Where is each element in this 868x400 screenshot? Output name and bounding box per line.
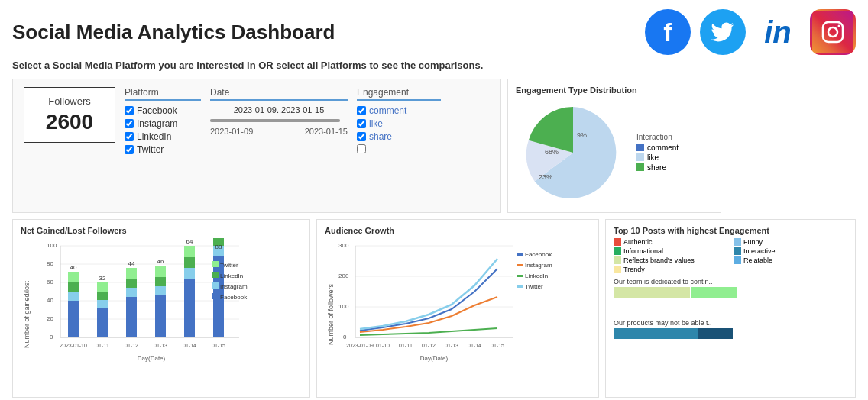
date-label: Date	[210, 87, 348, 101]
bar-ig-2	[97, 300, 108, 308]
pie-label-like: 9%	[577, 131, 587, 139]
bar-ig-4	[155, 286, 166, 295]
line-chart-svg: 300 200 100 0 2023-01-09	[337, 238, 574, 391]
post-1-bar-2	[691, 287, 737, 298]
subtitle: Select a Social Media Platform you are i…	[12, 60, 856, 71]
interactive-color	[734, 247, 741, 255]
legend-informational: Informational	[614, 247, 727, 255]
trendy-color	[614, 266, 621, 273]
svg-text:01-10: 01-10	[376, 343, 390, 348]
svg-text:01-13: 01-13	[445, 343, 458, 348]
svg-text:2023-01-09: 2023-01-09	[346, 343, 374, 348]
svg-text:300: 300	[338, 242, 349, 249]
interactive-label: Interactive	[743, 247, 776, 255]
funny-color	[734, 238, 741, 246]
legend-relatable: Relatable	[734, 256, 847, 264]
twitter-label: Twitter	[137, 144, 164, 155]
pie-label-comment: 68%	[545, 148, 559, 156]
svg-text:0: 0	[50, 334, 53, 340]
post-2-bar-2	[698, 328, 733, 339]
svg-text:Twitter: Twitter	[525, 283, 543, 290]
post-row-2: Our products may not be able t..	[614, 319, 847, 339]
date-slider[interactable]	[210, 119, 340, 122]
date-section: Date 2023-01-09..2023-01-15 2023-01-09 2…	[210, 87, 348, 136]
svg-text:2023-01-10: 2023-01-10	[60, 343, 87, 348]
svg-text:40: 40	[70, 264, 77, 271]
date-display: 2023-01-09..2023-01-15	[210, 105, 348, 115]
svg-text:100: 100	[47, 242, 57, 249]
like-checkbox[interactable]	[357, 119, 366, 128]
comment-checkbox[interactable]	[357, 106, 366, 115]
legend-like-dot	[636, 153, 644, 161]
followers-value: 2600	[37, 110, 102, 134]
funny-label: Funny	[743, 238, 763, 246]
linkedin-checkbox[interactable]	[125, 132, 134, 141]
followers-box: Followers 2600	[24, 87, 115, 143]
twitter-checkbox[interactable]	[125, 145, 134, 154]
bar-fb-5	[184, 279, 195, 337]
platform-twitter[interactable]: Twitter	[125, 144, 201, 155]
bar-li-4	[155, 277, 166, 286]
instagram-checkbox[interactable]	[125, 119, 134, 128]
bar-li-1	[68, 282, 79, 292]
engagement-extra[interactable]	[357, 144, 441, 153]
engagement-label: Engagement	[357, 87, 441, 101]
engagement-comment[interactable]: comment	[357, 105, 441, 116]
platform-instagram[interactable]: Instagram	[125, 118, 201, 129]
reflects-color	[614, 256, 621, 264]
filter-panel: Followers 2600 Platform Facebook Instagr…	[12, 79, 501, 213]
legend-reflects: Reflects brand's values	[614, 256, 727, 264]
post-1-bars	[614, 287, 847, 298]
facebook-checkbox[interactable]	[125, 106, 134, 115]
twitter-icon	[700, 9, 746, 55]
svg-rect-0	[823, 22, 843, 42]
svg-text:01-15: 01-15	[212, 343, 225, 348]
post-2-bars	[614, 328, 847, 339]
engagement-share[interactable]: share	[357, 131, 441, 142]
authentic-label: Authentic	[623, 238, 653, 246]
pie-chart-panel: Engagement Type Distribution 9% 68% 23%	[507, 79, 721, 213]
svg-text:01-12: 01-12	[125, 343, 138, 348]
svg-point-1	[828, 27, 837, 37]
post-1-bar-1	[614, 287, 690, 298]
line-y-label: Number of followers	[327, 284, 335, 345]
followers-label: Followers	[37, 95, 102, 107]
svg-text:Instagram: Instagram	[220, 283, 248, 290]
svg-point-2	[838, 25, 840, 27]
svg-rect-29	[212, 261, 219, 267]
instagram-label: Instagram	[137, 118, 177, 129]
svg-text:60: 60	[47, 279, 53, 285]
legend-share-label: share	[647, 163, 666, 172]
bar-chart-title: Net Gained/Lost Followers	[21, 226, 302, 235]
bar-fb-4	[155, 295, 166, 337]
legend-authentic: Authentic	[614, 238, 727, 246]
platform-facebook[interactable]: Facebook	[125, 105, 201, 116]
platform-linkedin[interactable]: LinkedIn	[125, 131, 201, 142]
svg-rect-35	[212, 293, 219, 299]
legend-comment: comment	[636, 144, 679, 152]
pie-label-share: 23%	[539, 173, 552, 181]
legend-like: like	[636, 153, 679, 162]
svg-text:80: 80	[47, 260, 53, 267]
line-facebook	[360, 269, 497, 331]
bar-fb-2	[97, 308, 108, 337]
bar-tw-1	[68, 272, 79, 282]
date-end: 2023-01-15	[305, 127, 348, 136]
bar-fb-3	[126, 297, 137, 337]
pie-legend: Interaction comment like share	[636, 133, 679, 173]
line-chart-panel: Audience Growth Number of followers 300 …	[316, 219, 599, 398]
top-posts-title: Top 10 Posts with highest Engagement	[614, 226, 847, 235]
instagram-icon	[810, 9, 856, 55]
share-label: share	[369, 131, 392, 142]
svg-text:01-15: 01-15	[491, 343, 504, 348]
bar-tw-2	[97, 282, 108, 292]
legend-comment-label: comment	[647, 144, 679, 152]
share-checkbox[interactable]	[357, 132, 366, 141]
engagement-like[interactable]: like	[357, 118, 441, 129]
line-y-label-container: Number of followers	[325, 238, 337, 391]
authentic-color	[614, 238, 621, 246]
bar-y-label: Number of gained/lost	[23, 281, 31, 348]
extra-checkbox[interactable]	[357, 144, 366, 153]
bar-tw-3	[126, 268, 137, 279]
facebook-icon: f	[645, 9, 691, 55]
